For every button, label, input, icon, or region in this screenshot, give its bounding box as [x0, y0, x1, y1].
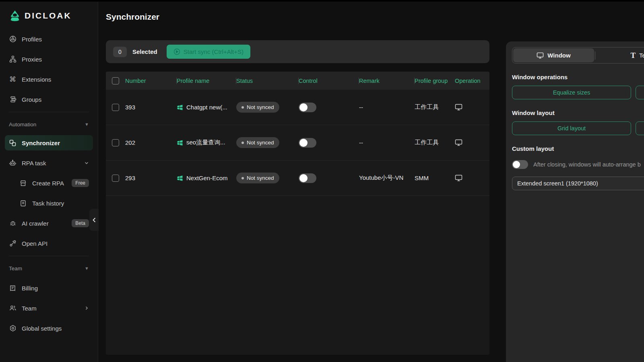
control-toggle[interactable]	[299, 138, 316, 148]
task-history-icon	[19, 200, 27, 207]
sidebar-item-create-rpa[interactable]: Create RPA Free	[5, 173, 93, 193]
window-layout-label: Window layout	[512, 109, 644, 116]
window-operations-label: Window operations	[512, 74, 644, 80]
auto-arrange-toggle[interactable]	[512, 160, 528, 169]
column-header-control[interactable]: Control	[299, 78, 359, 84]
sidebar-item-groups[interactable]: Groups	[5, 89, 93, 109]
sidebar-item-profiles[interactable]: Profiles	[5, 29, 93, 49]
cell-profile-name[interactable]: seo流量查询...	[186, 139, 225, 146]
chevron-left-icon	[92, 217, 97, 223]
cell-number: 202	[125, 139, 177, 146]
select-all-checkbox[interactable]	[112, 77, 119, 84]
toggle-knob	[299, 103, 308, 111]
groups-icon	[9, 96, 17, 103]
screen-select-dropdown[interactable]: Extended screen1 (1920*1080)	[512, 177, 644, 190]
auto-arrange-description: After closing, windows will auto-arrange…	[533, 161, 641, 168]
equalize-sizes-button[interactable]: Equalize sizes	[512, 86, 631, 99]
sidebar-item-team[interactable]: Team	[5, 298, 93, 318]
control-toggle[interactable]	[299, 173, 316, 183]
start-sync-button[interactable]: Start sync (Ctrl+Alt+S)	[167, 45, 250, 59]
sidebar-item-label: Synchronizer	[22, 140, 60, 146]
sidebar-item-label: Extensions	[22, 76, 51, 83]
status-label: Not synced	[247, 104, 274, 110]
section-label: Team	[9, 265, 22, 272]
sidebar-item-label: Global settings	[22, 325, 62, 332]
cell-profile-name[interactable]: NextGen-Ecom	[186, 175, 228, 181]
sidebar-item-label: Open API	[22, 240, 47, 247]
cell-number: 293	[125, 175, 177, 181]
open-window-icon[interactable]	[455, 175, 464, 181]
sidebar-item-rpa-task[interactable]: RPA task	[5, 153, 93, 173]
sidebar-item-proxies[interactable]: Proxies	[5, 49, 93, 69]
sidebar-section-automation[interactable]: Automation ▼	[5, 115, 93, 134]
sidebar-item-label: Task history	[32, 200, 64, 207]
sidebar-item-global-settings[interactable]: Global settings	[5, 318, 93, 338]
proxies-icon	[9, 56, 17, 63]
sidebar-item-label: Create RPA	[32, 180, 64, 187]
tab-text[interactable]: T Text	[595, 48, 644, 62]
free-badge: Free	[72, 179, 89, 187]
sidebar-item-extensions[interactable]: ⌘ Extensions	[5, 69, 93, 89]
windows-icon	[177, 104, 183, 111]
column-header-profile-name[interactable]: Profile name	[177, 78, 236, 84]
start-sync-label: Start sync (Ctrl+Alt+S)	[184, 48, 244, 55]
profiles-icon	[9, 35, 17, 43]
chevron-right-icon	[84, 306, 89, 311]
brand-wordmark: DICLOAK	[25, 11, 72, 21]
status-label: Not synced	[247, 140, 274, 146]
column-header-profile-group[interactable]: Profile group	[415, 78, 455, 84]
sidebar-divider	[9, 256, 89, 256]
status-dot-icon	[242, 142, 244, 144]
beta-badge: Beta	[72, 219, 89, 227]
open-window-icon[interactable]	[455, 139, 464, 146]
sidebar-item-task-history[interactable]: Task history	[5, 193, 93, 213]
page-title: Synchronizer	[106, 12, 159, 22]
cell-profile-group: 工作工具	[415, 139, 455, 146]
row-checkbox[interactable]	[112, 175, 119, 182]
column-header-number[interactable]: Number	[125, 78, 177, 84]
sidebar-item-label: Billing	[22, 285, 38, 292]
synchronizer-icon	[9, 139, 17, 147]
sidebar-item-open-api[interactable]: Open API	[5, 233, 93, 253]
caret-down-icon: ▼	[85, 266, 89, 271]
billing-icon	[9, 284, 17, 292]
play-circle-icon	[173, 48, 180, 55]
open-window-icon[interactable]	[455, 104, 464, 111]
control-toggle[interactable]	[299, 103, 316, 112]
cell-profile-name[interactable]: Chatgpt new(...	[186, 104, 227, 111]
status-badge: Not synced	[236, 102, 279, 113]
caret-down-icon: ▼	[85, 122, 89, 127]
tab-window[interactable]: Window	[513, 48, 594, 62]
table-row: 393 Chatgpt new(... Not synced -- 工作工具	[106, 90, 489, 125]
column-header-operation[interactable]: Operation	[455, 78, 489, 84]
row-checkbox[interactable]	[112, 104, 119, 111]
rpa-task-icon	[9, 159, 17, 167]
sidebar-section-team[interactable]: Team ▼	[5, 259, 93, 278]
window-layout-secondary-button[interactable]	[636, 121, 644, 135]
sidebar: DICLOAK Profiles Proxies ⌘ Extensions Gr…	[0, 0, 98, 362]
column-header-status[interactable]: Status	[236, 78, 299, 84]
tab-text-label: Text	[639, 52, 644, 59]
sidebar-item-ai-crawler[interactable]: AI crawler Beta	[5, 213, 93, 233]
windows-icon	[177, 175, 183, 181]
profiles-table: Number Profile name Status Control Remar…	[106, 72, 489, 355]
gear-icon	[9, 325, 17, 332]
create-rpa-icon	[19, 179, 27, 187]
sidebar-divider	[9, 112, 89, 112]
team-icon	[9, 304, 17, 312]
ai-crawler-icon	[9, 220, 17, 227]
sidebar-collapse-button[interactable]	[89, 209, 99, 231]
tab-window-label: Window	[547, 52, 570, 59]
table-row: 202 seo流量查询... Not synced -- 工作工具	[106, 125, 489, 160]
sync-settings-panel: Window T Text Window operations Equalize…	[506, 41, 644, 362]
cell-remark: Youtube小号-VN	[359, 174, 415, 182]
sidebar-item-synchronizer[interactable]: Synchronizer	[5, 135, 93, 150]
grid-layout-button[interactable]: Grid layout	[512, 121, 631, 135]
toggle-knob	[513, 161, 520, 168]
row-checkbox[interactable]	[112, 139, 119, 146]
status-badge: Not synced	[236, 137, 279, 148]
toggle-knob	[299, 174, 308, 182]
column-header-remark[interactable]: Remark	[359, 78, 415, 84]
window-operation-secondary-button[interactable]	[636, 86, 644, 99]
sidebar-item-billing[interactable]: Billing	[5, 278, 93, 298]
